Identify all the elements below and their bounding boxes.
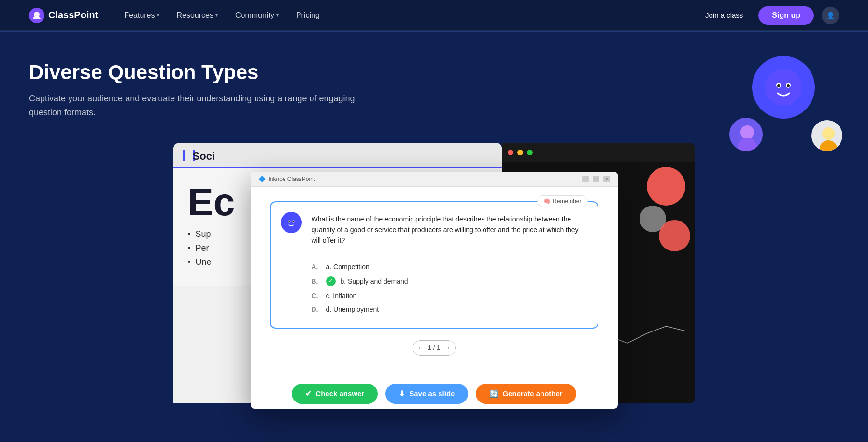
option-d-text: d. Unemployment bbox=[326, 305, 379, 313]
logo[interactable]: ClassPoint bbox=[29, 8, 98, 23]
pagination: ‹ 1 / 1 › bbox=[270, 340, 598, 356]
svg-point-6 bbox=[787, 84, 790, 87]
section-description: Captivate your audience and evaluate the… bbox=[29, 92, 357, 120]
signup-button[interactable]: Sign up bbox=[758, 6, 814, 25]
chevron-down-icon: ▾ bbox=[276, 13, 279, 18]
svg-point-29 bbox=[285, 216, 298, 229]
slide-header: Soci bbox=[173, 143, 502, 168]
header-accent bbox=[183, 150, 185, 161]
navbar: ClassPoint Features ▾ Resources ▾ Commun… bbox=[0, 0, 868, 31]
question-text: What is the name of the economic princip… bbox=[312, 214, 586, 252]
slide-subject: Soci bbox=[193, 150, 195, 161]
nav-community[interactable]: Community ▾ bbox=[228, 7, 285, 24]
option-a: A. a. Competition bbox=[312, 260, 586, 274]
chevron-down-icon: ▾ bbox=[157, 13, 159, 18]
close-button[interactable]: ✕ bbox=[603, 176, 610, 182]
popup-body: 🧠 Remember bbox=[251, 187, 618, 374]
option-b: B. ✓ b. Supply and demand bbox=[312, 274, 586, 289]
page-navigator[interactable]: ‹ 1 / 1 › bbox=[413, 340, 456, 356]
app-icon: 🔷 bbox=[258, 176, 266, 182]
nav-right: Join a class Sign up 👤 bbox=[697, 6, 839, 25]
float-circle-red-2 bbox=[659, 220, 690, 251]
demo-area: Soci Ec Sup Per Une bbox=[29, 143, 839, 403]
check-answer-button[interactable]: ✔ Check answer bbox=[292, 384, 378, 404]
mascot-face-svg bbox=[764, 68, 803, 107]
nav-pricing[interactable]: Pricing bbox=[289, 7, 327, 24]
nav-links: Features ▾ Resources ▾ Community ▾ Prici… bbox=[117, 7, 697, 24]
nav-resources[interactable]: Resources ▾ bbox=[170, 7, 225, 24]
generate-another-button[interactable]: 🔄 Generate another bbox=[476, 384, 576, 404]
popup-controls[interactable]: － □ ✕ bbox=[582, 176, 610, 182]
next-page-arrow[interactable]: › bbox=[448, 345, 450, 351]
refresh-icon: 🔄 bbox=[489, 389, 498, 398]
save-icon: ⬇ bbox=[399, 389, 405, 398]
check-icon: ✔ bbox=[305, 389, 312, 398]
join-class-link[interactable]: Join a class bbox=[697, 7, 751, 23]
dark-panel-header bbox=[502, 143, 695, 162]
chevron-down-icon: ▾ bbox=[215, 13, 218, 18]
option-b-letter: B. bbox=[312, 277, 321, 285]
minimize-button[interactable]: － bbox=[582, 176, 589, 182]
svg-point-2 bbox=[765, 69, 802, 106]
user-avatar[interactable]: 👤 bbox=[822, 7, 839, 24]
mascot-illustration bbox=[733, 51, 839, 157]
svg-point-32 bbox=[288, 221, 290, 222]
option-c: C. c. Inflation bbox=[312, 289, 586, 303]
dot-green bbox=[527, 150, 533, 155]
brain-icon: 🧠 bbox=[543, 198, 551, 205]
float-circle-red-1 bbox=[647, 167, 685, 206]
main-content: Diverse Question Types Captivate your au… bbox=[0, 31, 868, 442]
svg-point-9 bbox=[822, 127, 835, 140]
page-title: Diverse Question Types bbox=[29, 61, 367, 84]
remember-badge: 🧠 Remember bbox=[537, 195, 587, 207]
option-a-letter: A. bbox=[312, 263, 321, 271]
option-b-text: b. Supply and demand bbox=[341, 277, 408, 285]
option-d: D. d. Unemployment bbox=[312, 303, 586, 316]
nav-features[interactable]: Features ▾ bbox=[117, 7, 166, 24]
logo-icon bbox=[29, 8, 44, 23]
dot-yellow bbox=[517, 150, 523, 155]
question-card: 🧠 Remember bbox=[270, 201, 598, 329]
action-buttons: ✔ Check answer ⬇ Save as slide 🔄 Generat… bbox=[251, 374, 618, 409]
popup-title-text: 🔷 Inknoe ClassPoint bbox=[258, 176, 315, 182]
svg-point-5 bbox=[777, 84, 780, 87]
save-as-slide-button[interactable]: ⬇ Save as slide bbox=[385, 384, 468, 404]
dot-red bbox=[508, 150, 513, 155]
option-c-text: c. Inflation bbox=[326, 292, 357, 300]
prev-page-arrow[interactable]: ‹ bbox=[419, 345, 421, 351]
option-a-text: a. Competition bbox=[326, 263, 370, 271]
option-d-letter: D. bbox=[312, 305, 321, 313]
svg-point-33 bbox=[292, 221, 294, 222]
popup-titlebar: 🔷 Inknoe ClassPoint － □ ✕ bbox=[251, 172, 618, 187]
options-list: A. a. Competition B. ✓ b. Supply and dem… bbox=[312, 260, 586, 316]
page-indicator: 1 / 1 bbox=[428, 344, 440, 351]
mascot-main bbox=[752, 56, 815, 119]
option-c-letter: C. bbox=[312, 292, 321, 300]
maximize-button[interactable]: □ bbox=[593, 176, 599, 182]
correct-check-icon: ✓ bbox=[326, 276, 336, 286]
logo-text: ClassPoint bbox=[48, 10, 98, 21]
question-avatar bbox=[281, 212, 302, 233]
classpoint-popup: 🔷 Inknoe ClassPoint － □ ✕ 🧠 Remember bbox=[251, 172, 618, 409]
avatar-face-svg bbox=[285, 216, 298, 229]
svg-point-7 bbox=[740, 125, 754, 139]
